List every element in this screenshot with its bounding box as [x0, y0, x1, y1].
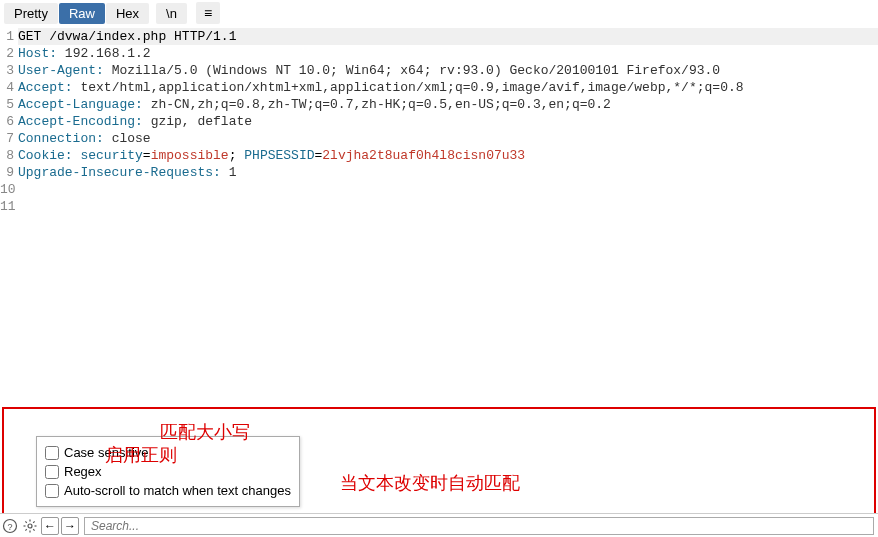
- header-line: Accept: text/html,application/xhtml+xml,…: [18, 79, 878, 96]
- line-number: 2: [0, 45, 18, 62]
- view-toolbar: Pretty Raw Hex \n ≡: [0, 0, 878, 26]
- search-options-popup: Case sensitive Regex Auto-scroll to matc…: [36, 436, 300, 507]
- hamburger-menu-button[interactable]: ≡: [196, 2, 220, 24]
- tab-pretty[interactable]: Pretty: [4, 3, 58, 24]
- svg-text:?: ?: [7, 521, 12, 531]
- chevron-right-icon: →: [64, 520, 76, 532]
- case-sensitive-checkbox[interactable]: [45, 446, 59, 460]
- line-number: 7: [0, 130, 18, 147]
- header-line: Accept-Language: zh-CN,zh;q=0.8,zh-TW;q=…: [18, 96, 878, 113]
- newline-toggle-button[interactable]: \n: [156, 3, 187, 24]
- autoscroll-label: Auto-scroll to match when text changes: [64, 483, 291, 498]
- tab-hex[interactable]: Hex: [106, 3, 149, 24]
- autoscroll-checkbox[interactable]: [45, 484, 59, 498]
- regex-checkbox[interactable]: [45, 465, 59, 479]
- case-sensitive-option[interactable]: Case sensitive: [45, 443, 291, 462]
- header-line: User-Agent: Mozilla/5.0 (Windows NT 10.0…: [18, 62, 878, 79]
- line-number: 11: [0, 198, 18, 215]
- svg-line-7: [25, 521, 26, 522]
- annotation-autoscroll: 当文本改变时自动匹配: [340, 471, 520, 495]
- gear-icon: [22, 518, 38, 534]
- chevron-left-icon: ←: [44, 520, 56, 532]
- header-line: Host: 192.168.1.2: [18, 45, 878, 62]
- case-sensitive-label: Case sensitive: [64, 445, 149, 460]
- tab-raw[interactable]: Raw: [59, 3, 105, 24]
- line-number: 10: [0, 181, 18, 198]
- regex-option[interactable]: Regex: [45, 462, 291, 481]
- next-match-button[interactable]: →: [61, 517, 79, 535]
- help-button[interactable]: ?: [0, 515, 20, 537]
- svg-line-10: [33, 521, 34, 522]
- autoscroll-option[interactable]: Auto-scroll to match when text changes: [45, 481, 291, 500]
- line-number: 4: [0, 79, 18, 96]
- request-line: GET /dvwa/index.php HTTP/1.1: [18, 28, 878, 45]
- svg-point-2: [28, 524, 32, 528]
- search-input[interactable]: [84, 517, 874, 535]
- line-number: 8: [0, 147, 18, 164]
- line-number: 5: [0, 96, 18, 113]
- search-bar: ? ← →: [0, 513, 878, 537]
- svg-line-9: [25, 529, 26, 530]
- settings-button[interactable]: [20, 515, 40, 537]
- svg-line-8: [33, 529, 34, 530]
- help-icon: ?: [2, 518, 18, 534]
- cookie-line: Cookie: security=impossible; PHPSESSID=2…: [18, 147, 878, 164]
- prev-match-button[interactable]: ←: [41, 517, 59, 535]
- regex-label: Regex: [64, 464, 102, 479]
- header-line: Accept-Encoding: gzip, deflate: [18, 113, 878, 130]
- http-raw-editor[interactable]: 1GET /dvwa/index.php HTTP/1.1 2Host: 192…: [0, 26, 878, 215]
- line-number: 1: [0, 28, 18, 45]
- header-line: Upgrade-Insecure-Requests: 1: [18, 164, 878, 181]
- header-line: Connection: close: [18, 130, 878, 147]
- line-number: 6: [0, 113, 18, 130]
- line-number: 9: [0, 164, 18, 181]
- line-number: 3: [0, 62, 18, 79]
